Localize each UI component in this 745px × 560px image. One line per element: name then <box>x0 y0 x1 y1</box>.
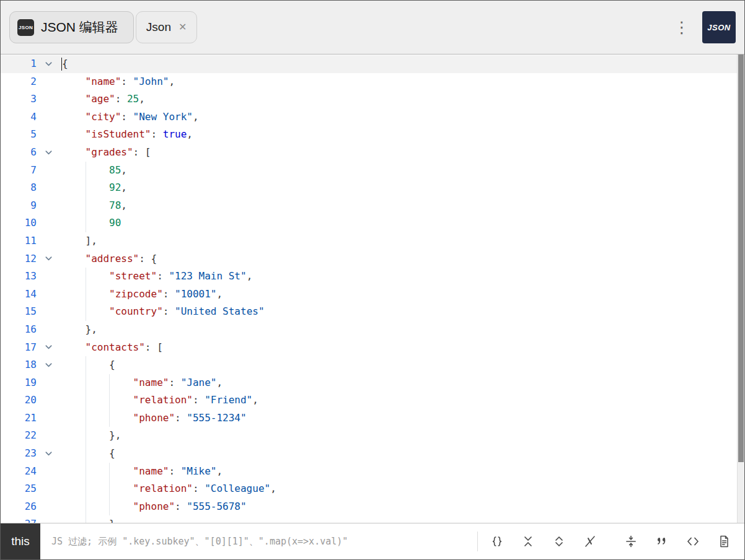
code-editor[interactable]: 1{2"name": "John",3"age": 25,4"city": "N… <box>1 55 744 523</box>
code-token: 85 <box>109 162 121 180</box>
line-number: 24 <box>1 463 37 481</box>
code-line[interactable]: 892, <box>1 179 744 197</box>
scrollbar-thumb[interactable] <box>738 55 744 462</box>
json-badge-icon: JSON <box>17 19 34 36</box>
fold-chevron-icon[interactable] <box>37 339 60 357</box>
fold-chevron-icon[interactable] <box>37 356 60 374</box>
indent-guide <box>86 409 110 427</box>
line-number: 13 <box>1 268 37 286</box>
code-token: { <box>62 55 68 73</box>
compact-icon[interactable] <box>615 523 646 559</box>
fold-chevron-icon[interactable] <box>37 250 60 268</box>
line-number: 2 <box>1 73 37 91</box>
code-line[interactable]: 2"name": "John", <box>1 73 744 91</box>
format-braces-icon[interactable] <box>482 523 513 559</box>
indent-guide <box>86 214 110 232</box>
indent-guide <box>61 445 86 463</box>
code-line[interactable]: 24"name": "Mike", <box>1 463 744 481</box>
header-bar: JSON JSON 编辑器 Json ✕ ⋮ JSON <box>1 1 744 55</box>
code-token: "555-1234" <box>187 409 246 427</box>
js-filter-input[interactable] <box>40 523 474 559</box>
code-lines[interactable]: 1{2"name": "John",3"age": 25,4"city": "N… <box>1 55 744 523</box>
code-line[interactable]: 12"address": { <box>1 250 744 268</box>
code-token: { <box>109 356 115 374</box>
quotes-icon[interactable] <box>646 523 677 559</box>
indent-guide <box>61 480 86 498</box>
indent-guide <box>109 480 133 498</box>
code-line[interactable]: 16}, <box>1 321 744 339</box>
code-line[interactable]: 15"country": "United States" <box>1 303 744 321</box>
code-line[interactable]: 3"age": 25, <box>1 90 744 108</box>
fold-chevron-icon[interactable] <box>37 445 60 463</box>
code-line[interactable]: 27} <box>1 515 744 523</box>
code-line[interactable]: 19"name": "Jane", <box>1 374 744 392</box>
line-number: 7 <box>1 162 37 180</box>
code-token: "city" <box>86 108 121 126</box>
code-line[interactable]: 1{ <box>1 55 744 73</box>
clear-escape-icon[interactable] <box>575 523 606 559</box>
code-line[interactable]: 1090 <box>1 214 744 232</box>
code-line[interactable]: 11], <box>1 232 744 250</box>
code-token: "address" <box>86 250 139 268</box>
expand-all-icon[interactable] <box>544 523 575 559</box>
line-number: 15 <box>1 303 37 321</box>
tab-json-editor[interactable]: JSON JSON 编辑器 <box>9 11 134 43</box>
code-line[interactable]: 785, <box>1 162 744 180</box>
line-number: 26 <box>1 498 37 516</box>
indent-guide <box>86 392 110 409</box>
code-line[interactable]: 4"city": "New York", <box>1 108 744 126</box>
tab-close-icon[interactable]: ✕ <box>179 22 187 32</box>
line-number: 14 <box>1 286 37 304</box>
indent-guide <box>86 286 110 304</box>
fold-chevron-icon[interactable] <box>37 55 60 73</box>
json-logo: JSON <box>702 11 736 43</box>
code-token: "name" <box>86 73 121 91</box>
code-line[interactable]: 17"contacts": [ <box>1 339 744 357</box>
indent-guide <box>86 197 110 215</box>
code-token: , <box>187 126 193 144</box>
scrollbar[interactable] <box>737 55 744 523</box>
code-token: "United States" <box>175 303 265 321</box>
code-token: "name" <box>133 463 169 481</box>
code-line[interactable]: 978, <box>1 197 744 215</box>
fold-chevron-icon[interactable] <box>37 144 60 162</box>
kebab-menu-icon[interactable]: ⋮ <box>674 19 690 35</box>
code-token: : <box>163 286 175 304</box>
this-context-button[interactable]: this <box>1 523 40 559</box>
code-line[interactable]: 13"street": "123 Main St", <box>1 268 744 286</box>
code-line[interactable]: 14"zipcode": "10001", <box>1 286 744 304</box>
code-token: "Mike" <box>181 463 217 481</box>
code-token: "123 Main St" <box>169 268 246 286</box>
code-line[interactable]: 6"grades": [ <box>1 144 744 162</box>
code-token: "phone" <box>133 409 175 427</box>
indent-guide <box>61 356 86 374</box>
code-line[interactable]: 22}, <box>1 427 744 445</box>
indent-guide <box>61 268 86 286</box>
indent-guide <box>61 498 86 516</box>
code-token: , <box>270 480 276 498</box>
code-line[interactable]: 26"phone": "555-5678" <box>1 498 744 516</box>
collapse-all-icon[interactable] <box>513 523 544 559</box>
code-token: : <box>115 90 127 108</box>
code-line[interactable]: 18{ <box>1 356 744 374</box>
code-token: 92 <box>109 179 121 197</box>
code-line[interactable]: 25"relation": "Colleague", <box>1 480 744 498</box>
code-line[interactable]: 23{ <box>1 445 744 463</box>
code-token: , <box>121 197 127 215</box>
code-token: "age" <box>86 90 115 108</box>
document-icon[interactable] <box>708 523 739 559</box>
code-line[interactable]: 21"phone": "555-1234" <box>1 409 744 427</box>
code-line[interactable]: 20"relation": "Friend", <box>1 392 744 409</box>
indent-guide <box>86 427 110 445</box>
code-token: 78 <box>109 197 121 215</box>
tab-json-label: Json <box>146 20 171 34</box>
code-line[interactable]: 5"isStudent": true, <box>1 126 744 144</box>
code-token: : <box>163 303 175 321</box>
tab-json[interactable]: Json ✕ <box>136 11 198 43</box>
indent-guide <box>61 144 86 162</box>
indent-guide <box>86 374 110 392</box>
tab-json-editor-label: JSON 编辑器 <box>41 19 118 36</box>
code-view-icon[interactable] <box>677 523 708 559</box>
code-token: "isStudent" <box>86 126 151 144</box>
line-number: 17 <box>1 339 37 357</box>
